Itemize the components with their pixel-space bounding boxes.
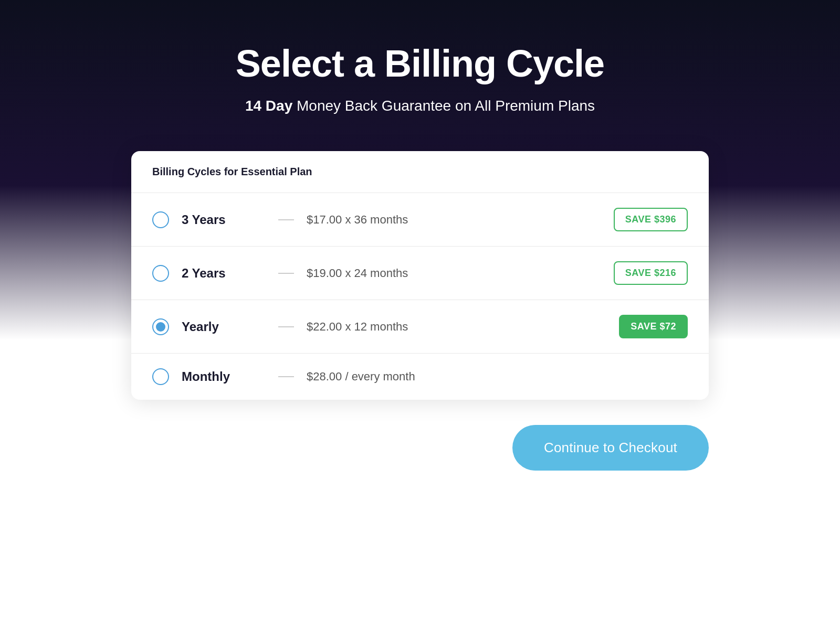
radio-2years[interactable] [152, 265, 169, 282]
divider-3years [278, 219, 294, 220]
card-header: Billing Cycles for Essential Plan [131, 151, 709, 193]
page-title: Select a Billing Cycle [236, 42, 604, 85]
billing-option-yearly[interactable]: Yearly $22.00 x 12 months SAVE $72 [131, 300, 709, 354]
save-badge-2years: SAVE $216 [614, 261, 688, 285]
header-section: Select a Billing Cycle 14 Day Money Back… [236, 0, 604, 146]
billing-card: Billing Cycles for Essential Plan 3 Year… [131, 151, 709, 400]
save-badge-3years: SAVE $396 [614, 208, 688, 231]
checkout-button[interactable]: Continue to Checkout [512, 425, 709, 471]
subtitle-rest: Money Back Guarantee on All Premium Plan… [292, 98, 595, 114]
divider-2years [278, 273, 294, 274]
billing-option-3years[interactable]: 3 Years $17.00 x 36 months SAVE $396 [131, 193, 709, 247]
subtitle: 14 Day Money Back Guarantee on All Premi… [236, 98, 604, 114]
option-label-3years: 3 Years [182, 212, 266, 227]
checkout-section: Continue to Checkout [131, 425, 709, 471]
radio-inner-yearly [156, 322, 165, 332]
billing-option-monthly[interactable]: Monthly $28.00 / every month [131, 354, 709, 400]
radio-3years[interactable] [152, 211, 169, 228]
option-label-yearly: Yearly [182, 319, 266, 334]
subtitle-bold: 14 Day [245, 98, 292, 114]
option-label-monthly: Monthly [182, 369, 266, 384]
divider-yearly [278, 326, 294, 327]
billing-option-2years[interactable]: 2 Years $19.00 x 24 months SAVE $216 [131, 247, 709, 300]
option-price-2years: $19.00 x 24 months [307, 267, 614, 280]
radio-yearly[interactable] [152, 318, 169, 335]
card-header-title: Billing Cycles for Essential Plan [152, 166, 312, 177]
option-price-monthly: $28.00 / every month [307, 370, 688, 383]
option-price-3years: $17.00 x 36 months [307, 213, 614, 227]
content-wrapper: Select a Billing Cycle 14 Day Money Back… [0, 0, 840, 471]
divider-monthly [278, 376, 294, 377]
save-badge-yearly: SAVE $72 [619, 315, 688, 338]
option-label-2years: 2 Years [182, 266, 266, 281]
radio-monthly[interactable] [152, 368, 169, 385]
option-price-yearly: $22.00 x 12 months [307, 320, 619, 334]
